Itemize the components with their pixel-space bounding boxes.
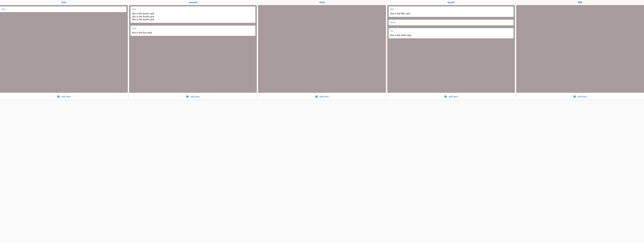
svg-rect-2 — [58, 96, 58, 97]
card-body: this is the fourth card this is the four… — [132, 12, 254, 21]
card-body: this is the first card — [132, 31, 254, 34]
column-fifth: fifth Add item — [516, 0, 644, 100]
card-body: this is the fifth card — [390, 12, 512, 15]
svg-rect-11 — [446, 96, 446, 97]
column-first: first two Add item — [0, 0, 128, 100]
card-title: two — [2, 8, 125, 10]
svg-rect-5 — [187, 96, 188, 97]
add-item-button[interactable]: Add item — [129, 94, 257, 100]
card-title: six — [390, 30, 512, 32]
column-second: second four this is the fourth card this… — [129, 0, 257, 100]
plus-circle-icon — [574, 96, 576, 98]
add-item-label: Add item — [320, 95, 329, 98]
add-item-label: Add item — [578, 95, 587, 98]
column-body[interactable]: five this is the fifth card three six th… — [387, 5, 515, 93]
card[interactable]: four this is the fourth card this is the… — [130, 6, 256, 23]
add-item-label: Add item — [61, 95, 70, 98]
column-header[interactable]: fourth — [387, 0, 515, 5]
kanban-board: first two Add item second four this is t… — [0, 0, 644, 100]
card-title: five — [390, 8, 512, 10]
card-title: three — [390, 21, 512, 24]
plus-circle-icon — [186, 96, 189, 98]
svg-rect-14 — [574, 96, 575, 97]
card[interactable]: five this is the fifth card — [388, 6, 514, 17]
add-item-button[interactable]: Add item — [0, 94, 128, 100]
card-title: one — [132, 27, 254, 30]
column-body[interactable] — [258, 5, 386, 93]
plus-circle-icon — [57, 96, 60, 98]
card-body: this is the sixth card — [390, 34, 512, 37]
add-item-label: Add item — [190, 95, 200, 98]
column-header[interactable]: second — [129, 0, 257, 5]
add-item-button[interactable]: Add item — [387, 94, 515, 100]
add-item-label: Add item — [448, 95, 458, 98]
column-header[interactable]: fifth — [516, 0, 644, 5]
card[interactable]: one this is the first card — [130, 26, 256, 36]
card-title: four — [132, 8, 254, 10]
plus-circle-icon — [315, 96, 318, 98]
column-body[interactable] — [516, 5, 644, 93]
column-body[interactable]: two — [0, 5, 128, 93]
column-third: third Add item — [258, 0, 386, 100]
card[interactable]: three — [388, 20, 514, 26]
add-item-button[interactable]: Add item — [258, 94, 386, 100]
svg-rect-8 — [316, 96, 317, 97]
card[interactable]: six this is the sixth card — [388, 28, 514, 38]
add-item-button[interactable]: Add item — [516, 94, 644, 100]
column-header[interactable]: third — [258, 0, 386, 5]
plus-circle-icon — [444, 96, 447, 98]
column-body[interactable]: four this is the fourth card this is the… — [129, 5, 257, 93]
card[interactable]: two — [0, 6, 126, 12]
column-fourth: fourth five this is the fifth card three… — [387, 0, 515, 100]
column-header[interactable]: first — [0, 0, 128, 5]
